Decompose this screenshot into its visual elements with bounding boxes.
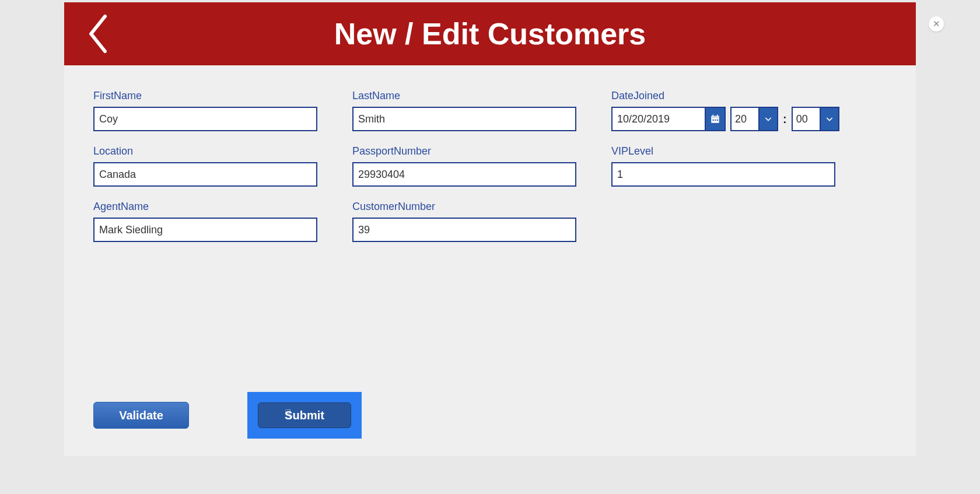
submit-highlight: Submit ☟ xyxy=(247,392,362,439)
select-minute-button[interactable] xyxy=(820,107,839,131)
input-firstname[interactable] xyxy=(93,107,317,131)
input-location[interactable] xyxy=(93,162,317,187)
input-lastname[interactable] xyxy=(352,107,576,131)
field-agentname: AgentName xyxy=(93,201,327,242)
label-viplevel: VIPLevel xyxy=(611,145,845,157)
input-viplevel[interactable] xyxy=(611,162,835,187)
field-passportnumber: PassportNumber xyxy=(352,145,586,187)
select-minute-value[interactable]: 00 xyxy=(792,107,820,131)
svg-rect-4 xyxy=(713,120,714,121)
time-separator: : xyxy=(783,113,787,126)
field-lastname: LastName xyxy=(352,90,586,131)
calendar-icon xyxy=(710,114,720,124)
field-datejoined: DateJoined xyxy=(611,90,845,131)
customer-form-modal: ✕ New / Edit Customers FirstName LastNam… xyxy=(64,2,916,456)
form-area: FirstName LastName DateJoined xyxy=(64,65,916,392)
input-passportnumber[interactable] xyxy=(352,162,576,187)
svg-rect-3 xyxy=(717,115,718,117)
svg-rect-1 xyxy=(711,116,719,118)
chevron-down-icon xyxy=(825,114,834,124)
field-customernumber: CustomerNumber xyxy=(352,201,586,242)
modal-header: New / Edit Customers xyxy=(64,2,916,65)
label-location: Location xyxy=(93,145,327,157)
validate-button[interactable]: Validate xyxy=(93,402,189,429)
label-datejoined: DateJoined xyxy=(611,90,845,102)
input-datejoined-date[interactable] xyxy=(611,107,705,131)
close-button[interactable]: ✕ xyxy=(929,16,944,31)
field-firstname: FirstName xyxy=(93,90,327,131)
chevron-down-icon xyxy=(764,114,773,124)
datepicker-button[interactable] xyxy=(705,107,726,131)
select-hour-button[interactable] xyxy=(758,107,778,131)
field-location: Location xyxy=(93,145,327,187)
field-viplevel: VIPLevel xyxy=(611,145,845,187)
close-icon: ✕ xyxy=(933,19,940,29)
modal-title: New / Edit Customers xyxy=(334,16,646,51)
submit-button[interactable]: Submit xyxy=(258,402,351,428)
svg-rect-2 xyxy=(713,115,714,117)
svg-rect-5 xyxy=(715,120,716,121)
label-customernumber: CustomerNumber xyxy=(352,201,586,213)
label-firstname: FirstName xyxy=(93,90,327,102)
back-button[interactable] xyxy=(88,15,108,53)
input-agentname[interactable] xyxy=(93,218,317,242)
label-lastname: LastName xyxy=(352,90,586,102)
input-customernumber[interactable] xyxy=(352,218,576,242)
label-passportnumber: PassportNumber xyxy=(352,145,586,157)
action-row: Validate Submit ☟ xyxy=(64,392,916,456)
svg-rect-6 xyxy=(717,120,718,121)
select-hour-value[interactable]: 20 xyxy=(730,107,758,131)
chevron-left-icon xyxy=(88,15,108,53)
label-agentname: AgentName xyxy=(93,201,327,213)
